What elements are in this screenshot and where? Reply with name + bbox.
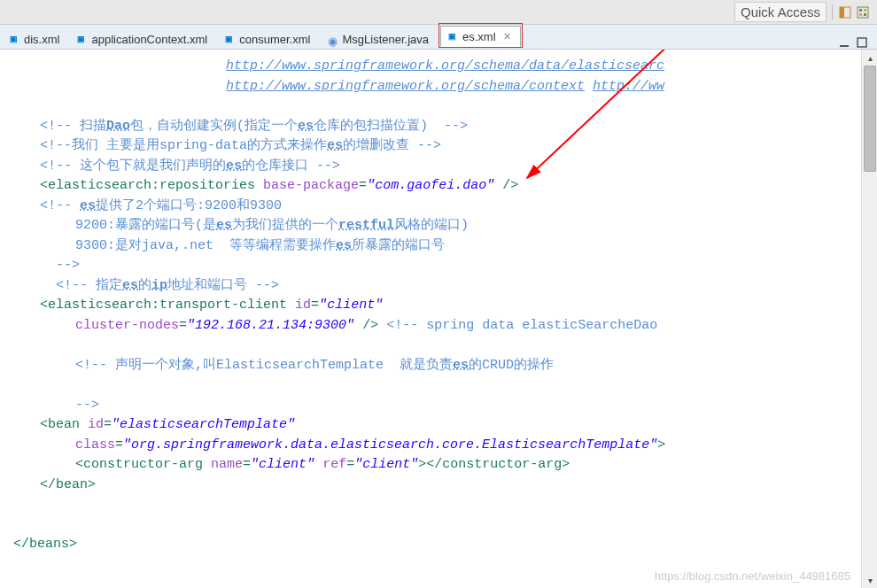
tab-dis-xml[interactable]: ▣ dis.xml (2, 28, 69, 49)
maximize-icon[interactable] (856, 36, 868, 49)
svg-rect-5 (859, 13, 862, 16)
schema-url: http://ww (593, 79, 664, 94)
java-file-icon: ◉ (328, 35, 338, 45)
tab-applicationcontext-xml[interactable]: ▣ applicationContext.xml (69, 28, 217, 49)
svg-rect-2 (858, 7, 868, 18)
tab-label: dis.xml (24, 33, 59, 46)
tab-label: consumer.xml (239, 33, 310, 46)
editor-tabs: ▣ dis.xml ▣ applicationContext.xml ▣ con… (0, 25, 877, 50)
perspective-switcher-icon[interactable] (856, 5, 870, 19)
tab-consumer-xml[interactable]: ▣ consumer.xml (217, 28, 320, 49)
tab-msglistener-java[interactable]: ◉ MsgListener.java (320, 28, 438, 49)
svg-rect-8 (858, 38, 866, 47)
svg-rect-4 (864, 9, 866, 12)
toolbar-separator (832, 4, 833, 20)
tab-label: es.xml (462, 30, 496, 43)
tab-controls (838, 36, 877, 49)
tab-es-xml[interactable]: ▣ es.xml ✕ (440, 26, 521, 47)
svg-rect-6 (864, 13, 866, 16)
schema-url: http://www.springframework.org/schema/da… (226, 58, 664, 74)
open-perspective-icon[interactable] (838, 5, 852, 19)
xml-file-icon: ▣ (77, 35, 88, 45)
watermark: https://blog.csdn.net/weixin_44981685 (655, 569, 850, 583)
close-icon[interactable]: ✕ (503, 31, 511, 43)
scroll-down-icon[interactable]: ▾ (862, 572, 877, 588)
xml-file-icon: ▣ (225, 35, 236, 45)
scroll-up-icon[interactable]: ▴ (862, 50, 877, 66)
vertical-scrollbar[interactable]: ▴ ▾ (861, 50, 877, 588)
xml-file-icon: ▣ (10, 35, 20, 45)
code-editor[interactable]: http://www.springframework.org/schema/da… (0, 50, 877, 588)
top-toolbar: Quick Access (0, 0, 877, 25)
svg-rect-3 (859, 9, 862, 12)
svg-rect-1 (840, 7, 844, 18)
tab-label: MsgListener.java (342, 33, 429, 46)
schema-url: http://www.springframework.org/schema/co… (226, 79, 585, 94)
svg-rect-7 (840, 45, 849, 47)
comment-open: <!-- (40, 119, 72, 134)
scroll-thumb[interactable] (864, 66, 876, 172)
tab-label: applicationContext.xml (91, 33, 207, 46)
quick-access-field[interactable]: Quick Access (734, 2, 827, 22)
minimize-icon[interactable] (838, 36, 850, 49)
active-tab-highlight: ▣ es.xml ✕ (438, 23, 523, 48)
xml-file-icon: ▣ (448, 32, 459, 43)
